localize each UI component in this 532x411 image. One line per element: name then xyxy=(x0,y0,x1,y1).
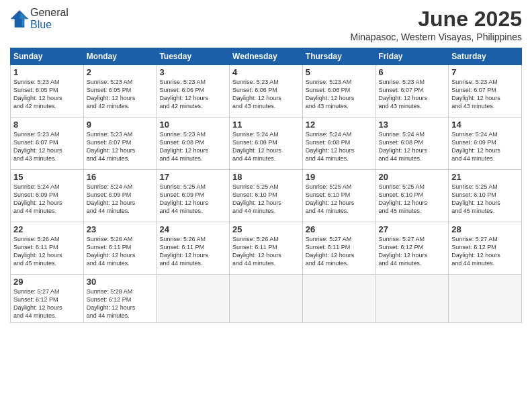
day-info: Sunrise: 5:25 AM Sunset: 6:10 PM Dayligh… xyxy=(306,183,373,216)
day-info: Sunrise: 5:27 AM Sunset: 6:12 PM Dayligh… xyxy=(379,235,446,268)
calendar-cell: 12Sunrise: 5:24 AM Sunset: 6:08 PM Dayli… xyxy=(302,118,375,170)
day-info: Sunrise: 5:26 AM Sunset: 6:11 PM Dayligh… xyxy=(87,235,154,268)
calendar-cell: 29Sunrise: 5:27 AM Sunset: 6:12 PM Dayli… xyxy=(11,275,84,323)
day-number: 17 xyxy=(159,172,226,182)
day-info: Sunrise: 5:23 AM Sunset: 6:08 PM Dayligh… xyxy=(159,130,226,163)
logo: General Blue xyxy=(10,7,69,31)
calendar-week-4: 22Sunrise: 5:26 AM Sunset: 6:11 PM Dayli… xyxy=(11,222,522,275)
calendar-cell: 13Sunrise: 5:24 AM Sunset: 6:08 PM Dayli… xyxy=(375,118,449,170)
calendar-cell: 25Sunrise: 5:26 AM Sunset: 6:11 PM Dayli… xyxy=(230,222,303,275)
day-number: 19 xyxy=(306,172,373,182)
day-number: 28 xyxy=(451,224,519,234)
day-info: Sunrise: 5:25 AM Sunset: 6:09 PM Dayligh… xyxy=(159,183,226,216)
logo-blue-text: Blue xyxy=(30,19,52,30)
day-info: Sunrise: 5:25 AM Sunset: 6:10 PM Dayligh… xyxy=(379,183,446,216)
day-number: 15 xyxy=(13,172,81,182)
day-number: 25 xyxy=(232,224,300,234)
day-info: Sunrise: 5:23 AM Sunset: 6:05 PM Dayligh… xyxy=(87,78,154,111)
day-info: Sunrise: 5:26 AM Sunset: 6:11 PM Dayligh… xyxy=(13,235,81,268)
calendar-cell: 28Sunrise: 5:27 AM Sunset: 6:12 PM Dayli… xyxy=(449,222,522,275)
day-number: 5 xyxy=(306,67,373,77)
header-friday: Friday xyxy=(375,48,449,65)
calendar-week-2: 8Sunrise: 5:23 AM Sunset: 6:07 PM Daylig… xyxy=(11,118,522,170)
calendar-cell: 19Sunrise: 5:25 AM Sunset: 6:10 PM Dayli… xyxy=(302,170,375,222)
calendar-cell: 18Sunrise: 5:25 AM Sunset: 6:10 PM Dayli… xyxy=(230,170,303,222)
day-number: 13 xyxy=(379,120,446,130)
header-saturday: Saturday xyxy=(449,48,522,65)
day-number: 20 xyxy=(379,172,446,182)
calendar-cell: 26Sunrise: 5:27 AM Sunset: 6:11 PM Dayli… xyxy=(302,222,375,275)
header-tuesday: Tuesday xyxy=(157,48,230,65)
day-info: Sunrise: 5:27 AM Sunset: 6:12 PM Dayligh… xyxy=(13,287,81,320)
day-number: 1 xyxy=(13,67,81,77)
calendar-week-5: 29Sunrise: 5:27 AM Sunset: 6:12 PM Dayli… xyxy=(11,275,522,323)
calendar-cell: 8Sunrise: 5:23 AM Sunset: 6:07 PM Daylig… xyxy=(11,118,84,170)
day-info: Sunrise: 5:23 AM Sunset: 6:07 PM Dayligh… xyxy=(87,130,154,163)
day-info: Sunrise: 5:24 AM Sunset: 6:09 PM Dayligh… xyxy=(13,183,81,216)
calendar-cell: 15Sunrise: 5:24 AM Sunset: 6:09 PM Dayli… xyxy=(11,170,84,222)
day-info: Sunrise: 5:23 AM Sunset: 6:07 PM Dayligh… xyxy=(379,78,446,111)
calendar-cell xyxy=(375,275,449,323)
day-number: 24 xyxy=(159,224,226,234)
day-number: 7 xyxy=(451,67,519,77)
day-number: 26 xyxy=(306,224,373,234)
day-info: Sunrise: 5:23 AM Sunset: 6:07 PM Dayligh… xyxy=(13,130,81,163)
calendar-cell: 1Sunrise: 5:23 AM Sunset: 6:05 PM Daylig… xyxy=(11,65,84,118)
calendar-cell: 2Sunrise: 5:23 AM Sunset: 6:05 PM Daylig… xyxy=(83,65,157,118)
day-info: Sunrise: 5:24 AM Sunset: 6:08 PM Dayligh… xyxy=(306,130,373,163)
day-number: 16 xyxy=(87,172,154,182)
day-number: 2 xyxy=(87,67,154,77)
header-thursday: Thursday xyxy=(302,48,375,65)
calendar-cell: 4Sunrise: 5:23 AM Sunset: 6:06 PM Daylig… xyxy=(230,65,303,118)
calendar-cell: 11Sunrise: 5:24 AM Sunset: 6:08 PM Dayli… xyxy=(230,118,303,170)
calendar-table: Sunday Monday Tuesday Wednesday Thursday… xyxy=(10,48,522,323)
day-info: Sunrise: 5:26 AM Sunset: 6:11 PM Dayligh… xyxy=(232,235,300,268)
calendar-cell xyxy=(157,275,230,323)
day-info: Sunrise: 5:24 AM Sunset: 6:08 PM Dayligh… xyxy=(232,130,300,163)
day-number: 30 xyxy=(87,277,154,287)
day-number: 8 xyxy=(13,120,81,130)
calendar-cell: 5Sunrise: 5:23 AM Sunset: 6:06 PM Daylig… xyxy=(302,65,375,118)
day-info: Sunrise: 5:27 AM Sunset: 6:11 PM Dayligh… xyxy=(306,235,373,268)
calendar-cell: 7Sunrise: 5:23 AM Sunset: 6:07 PM Daylig… xyxy=(449,65,522,118)
day-info: Sunrise: 5:24 AM Sunset: 6:09 PM Dayligh… xyxy=(87,183,154,216)
calendar-cell: 22Sunrise: 5:26 AM Sunset: 6:11 PM Dayli… xyxy=(11,222,84,275)
month-title: June 2025 xyxy=(351,7,523,32)
calendar-cell xyxy=(302,275,375,323)
day-number: 11 xyxy=(232,120,300,130)
day-info: Sunrise: 5:24 AM Sunset: 6:09 PM Dayligh… xyxy=(451,130,519,163)
calendar-cell: 3Sunrise: 5:23 AM Sunset: 6:06 PM Daylig… xyxy=(157,65,230,118)
day-number: 12 xyxy=(306,120,373,130)
calendar-cell xyxy=(449,275,522,323)
calendar-cell: 30Sunrise: 5:28 AM Sunset: 6:12 PM Dayli… xyxy=(83,275,157,323)
day-number: 22 xyxy=(13,224,81,234)
day-number: 23 xyxy=(87,224,154,234)
day-number: 6 xyxy=(379,67,446,77)
calendar-cell: 20Sunrise: 5:25 AM Sunset: 6:10 PM Dayli… xyxy=(375,170,449,222)
calendar-week-1: 1Sunrise: 5:23 AM Sunset: 6:05 PM Daylig… xyxy=(11,65,522,118)
day-info: Sunrise: 5:27 AM Sunset: 6:12 PM Dayligh… xyxy=(451,235,519,268)
day-info: Sunrise: 5:23 AM Sunset: 6:06 PM Dayligh… xyxy=(232,78,300,111)
day-number: 10 xyxy=(159,120,226,130)
calendar-week-3: 15Sunrise: 5:24 AM Sunset: 6:09 PM Dayli… xyxy=(11,170,522,222)
header-wednesday: Wednesday xyxy=(230,48,303,65)
calendar-cell: 10Sunrise: 5:23 AM Sunset: 6:08 PM Dayli… xyxy=(157,118,230,170)
header: General Blue June 2025 Minapasoc, Wester… xyxy=(10,7,522,42)
calendar-cell: 14Sunrise: 5:24 AM Sunset: 6:09 PM Dayli… xyxy=(449,118,522,170)
day-info: Sunrise: 5:23 AM Sunset: 6:07 PM Dayligh… xyxy=(451,78,519,111)
header-row: Sunday Monday Tuesday Wednesday Thursday… xyxy=(11,48,522,65)
day-number: 21 xyxy=(451,172,519,182)
calendar-cell: 17Sunrise: 5:25 AM Sunset: 6:09 PM Dayli… xyxy=(157,170,230,222)
page: General Blue June 2025 Minapasoc, Wester… xyxy=(0,0,532,411)
calendar-cell xyxy=(230,275,303,323)
logo-icon xyxy=(10,9,29,28)
day-number: 9 xyxy=(87,120,154,130)
day-info: Sunrise: 5:25 AM Sunset: 6:10 PM Dayligh… xyxy=(451,183,519,216)
day-number: 3 xyxy=(159,67,226,77)
calendar-cell: 6Sunrise: 5:23 AM Sunset: 6:07 PM Daylig… xyxy=(375,65,449,118)
day-info: Sunrise: 5:23 AM Sunset: 6:06 PM Dayligh… xyxy=(159,78,226,111)
calendar-cell: 9Sunrise: 5:23 AM Sunset: 6:07 PM Daylig… xyxy=(83,118,157,170)
day-number: 4 xyxy=(232,67,300,77)
day-number: 14 xyxy=(451,120,519,130)
day-number: 18 xyxy=(232,172,300,182)
